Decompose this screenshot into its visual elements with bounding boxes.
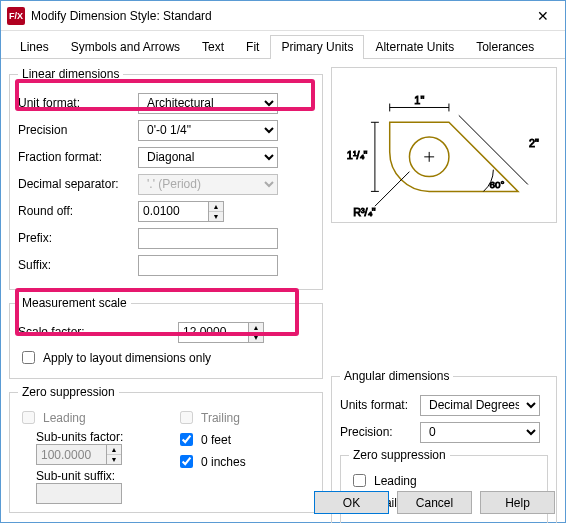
apply-layout-checkbox[interactable] [22,351,35,364]
preview-dim-2: 1¹/₄" [347,149,368,161]
angular-legend: Angular dimensions [340,369,453,383]
spin-down-icon[interactable]: ▼ [249,333,263,342]
zero-suppression-left-group: Zero suppression Leading Sub-units facto… [9,385,323,513]
help-button[interactable]: Help [480,491,555,514]
suffix-input[interactable] [138,255,278,276]
round-off-input[interactable] [138,201,208,222]
sub-units-factor-label: Sub-units factor: [36,430,156,444]
linear-legend: Linear dimensions [18,67,123,81]
sub-unit-suffix-input [36,483,122,504]
tab-alternate-units[interactable]: Alternate Units [364,35,465,58]
angular-units-format-label: Units format: [340,398,420,412]
suffix-label: Suffix: [18,258,138,272]
preview-dim-1: 1" [414,94,424,106]
scale-factor-label: Scale factor: [18,325,178,339]
zero-left-legend: Zero suppression [18,385,119,399]
spin-down-icon[interactable]: ▼ [209,212,223,221]
spin-up-icon[interactable]: ▲ [249,323,263,333]
button-bar: OK Cancel Help [314,491,555,514]
tab-lines[interactable]: Lines [9,35,60,58]
app-icon: F/X [7,7,25,25]
scale-factor-input[interactable] [178,322,248,343]
leading-label: Leading [43,411,86,425]
zero-right-legend: Zero suppression [349,448,450,462]
svg-line-8 [375,172,410,207]
measurement-scale-group: Measurement scale Scale factor: ▲▼ Apply… [9,296,323,379]
titlebar: F/X Modify Dimension Style: Standard ✕ [1,1,565,31]
preview-radius: R³/₄" [353,206,375,218]
angular-leading-checkbox[interactable] [353,474,366,487]
linear-dimensions-group: Linear dimensions Unit format: Architect… [9,67,323,290]
prefix-label: Prefix: [18,231,138,245]
unit-format-label: Unit format: [18,96,138,110]
sub-units-factor-spinner: ▲▼ [36,444,122,465]
cancel-button[interactable]: Cancel [397,491,472,514]
tab-fit[interactable]: Fit [235,35,270,58]
decimal-separator-select: '.' (Period) [138,174,278,195]
angular-precision-label: Precision: [340,425,420,439]
fraction-format-select[interactable]: Diagonal [138,147,278,168]
zero-inches-checkbox[interactable] [180,455,193,468]
ok-button[interactable]: OK [314,491,389,514]
tab-text[interactable]: Text [191,35,235,58]
round-off-spinner[interactable]: ▲▼ [138,201,224,222]
fraction-format-label: Fraction format: [18,150,138,164]
angular-precision-select[interactable]: 0 [420,422,540,443]
measurement-legend: Measurement scale [18,296,131,310]
zero-feet-checkbox[interactable] [180,433,193,446]
content-area: Linear dimensions Unit format: Architect… [1,59,565,523]
apply-layout-label: Apply to layout dimensions only [43,351,211,365]
round-off-label: Round off: [18,204,138,218]
prefix-input[interactable] [138,228,278,249]
decimal-separator-label: Decimal separator: [18,177,138,191]
sub-unit-suffix-label: Sub-unit suffix: [36,469,156,483]
zero-feet-label: 0 feet [201,433,231,447]
unit-format-select[interactable]: Architectural [138,93,278,114]
tab-strip: Lines Symbols and Arrows Text Fit Primar… [1,31,565,59]
zero-inches-label: 0 inches [201,455,246,469]
tab-tolerances[interactable]: Tolerances [465,35,545,58]
angular-units-format-select[interactable]: Decimal Degrees [420,395,540,416]
precision-select[interactable]: 0'-0 1/4" [138,120,278,141]
angular-leading-label: Leading [374,474,417,488]
preview-pane: 1" 1¹/₄" 2" 60° R³/₄" [331,67,557,223]
close-button[interactable]: ✕ [521,2,565,30]
preview-angle: 60° [489,179,504,190]
precision-label: Precision [18,123,138,137]
preview-dim-3: 2" [529,137,539,149]
trailing-checkbox [180,411,193,424]
tab-symbols-arrows[interactable]: Symbols and Arrows [60,35,191,58]
sub-units-factor-input [36,444,106,465]
leading-checkbox [22,411,35,424]
tab-primary-units[interactable]: Primary Units [270,35,364,59]
dialog-window: F/X Modify Dimension Style: Standard ✕ L… [0,0,566,523]
trailing-label: Trailing [201,411,240,425]
spin-up-icon[interactable]: ▲ [209,202,223,212]
window-title: Modify Dimension Style: Standard [31,9,521,23]
scale-factor-spinner[interactable]: ▲▼ [178,322,264,343]
